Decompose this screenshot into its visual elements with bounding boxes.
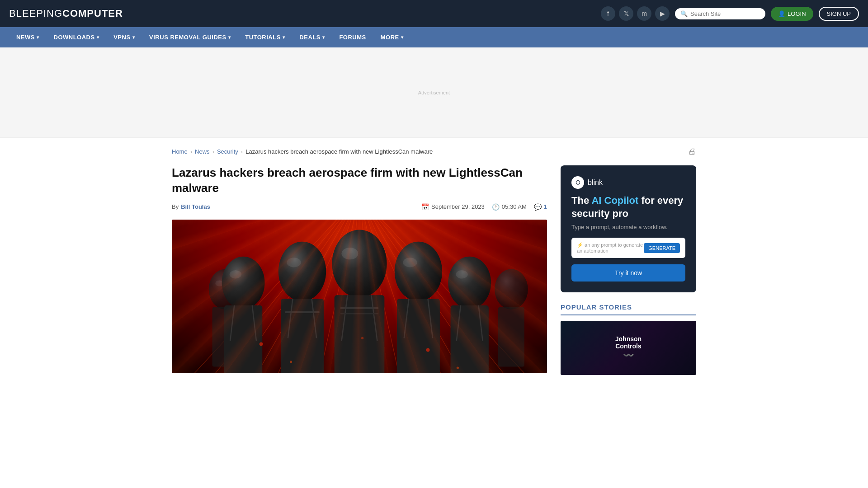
svg-line-1 — [172, 220, 359, 373]
svg-point-17 — [209, 269, 242, 310]
nav-item-news[interactable]: NEWS ▾ — [9, 27, 47, 47]
breadcrumb-news[interactable]: News — [195, 148, 210, 155]
signup-button[interactable]: SIGN UP — [819, 7, 859, 21]
article-meta: By Bill Toulas 📅 September 29, 2023 🕐 05… — [172, 203, 547, 211]
svg-line-25 — [230, 305, 234, 341]
svg-point-33 — [332, 230, 387, 297]
svg-line-12 — [359, 220, 452, 373]
svg-line-37 — [371, 295, 377, 341]
blink-logo: ⬡ blink — [571, 176, 685, 189]
article-time-text: 05:30 AM — [502, 203, 527, 210]
svg-line-36 — [341, 295, 347, 341]
svg-line-3 — [219, 220, 359, 373]
svg-line-10 — [359, 220, 404, 373]
nav-item-deals[interactable]: DEALS ▾ — [292, 27, 332, 47]
generate-button[interactable]: GENERATE — [644, 243, 680, 253]
article-title: Lazarus hackers breach aerospace firm wi… — [172, 165, 547, 196]
svg-point-50 — [259, 342, 263, 346]
ad-input-mock: ⚡ an any prompt to generate an automatio… — [571, 238, 685, 258]
mastodon-icon[interactable]: m — [637, 6, 651, 21]
try-it-now-button[interactable]: Try it now — [571, 264, 685, 282]
svg-rect-18 — [212, 307, 239, 366]
blink-logo-icon: ⬡ — [571, 176, 584, 189]
main-nav: NEWS ▾ DOWNLOADS ▾ VPNS ▾ VIRUS REMOVAL … — [0, 27, 868, 47]
svg-point-27 — [278, 241, 326, 301]
svg-rect-42 — [397, 299, 440, 373]
svg-line-30 — [288, 299, 293, 338]
svg-point-45 — [448, 256, 491, 309]
clock-icon: 🕐 — [492, 203, 500, 211]
svg-line-9 — [359, 220, 380, 373]
popular-stories: POPULAR STORIES Johnson Controls 〰️ — [561, 303, 696, 375]
svg-point-40 — [395, 241, 442, 301]
svg-line-48 — [457, 305, 461, 341]
user-icon: 👤 — [778, 10, 785, 17]
author-link[interactable]: Bill Toulas — [181, 203, 210, 210]
article-date-text: September 29, 2023 — [431, 203, 485, 210]
logo-text-bold: COMPUTER — [62, 8, 123, 19]
breadcrumb-home[interactable]: Home — [172, 148, 188, 155]
svg-rect-24 — [224, 305, 262, 373]
ad-headline-normal: The — [571, 195, 591, 206]
popular-stories-title: POPULAR STORIES — [561, 303, 696, 315]
popular-story-thumb[interactable]: Johnson Controls 〰️ — [561, 321, 696, 375]
svg-rect-38 — [340, 307, 378, 309]
svg-point-28 — [287, 258, 301, 267]
svg-line-11 — [359, 220, 428, 373]
search-input[interactable] — [690, 10, 760, 17]
breadcrumb-sep-1: › — [190, 148, 192, 155]
comment-icon: 💬 — [534, 203, 542, 211]
svg-rect-39 — [340, 313, 378, 314]
hero-canvas — [172, 220, 547, 373]
svg-point-22 — [222, 256, 265, 309]
author-prefix: By — [172, 203, 179, 210]
svg-rect-35 — [335, 295, 385, 373]
chevron-down-icon: ▾ — [132, 35, 135, 40]
facebook-icon[interactable]: f — [601, 6, 615, 21]
nav-item-more[interactable]: MORE ▾ — [373, 27, 411, 47]
chevron-down-icon: ▾ — [228, 35, 231, 40]
blink-ad-card: ⬡ blink The AI Copilot for every securit… — [561, 165, 696, 292]
site-logo[interactable]: BLEEPINGCOMPUTER — [9, 8, 123, 19]
svg-point-46 — [456, 270, 467, 278]
search-bar: 🔍 — [675, 8, 765, 19]
nav-item-virus-removal-guides[interactable]: VIRUS REMOVAL GUIDES ▾ — [142, 27, 238, 47]
svg-point-54 — [361, 337, 363, 339]
svg-line-49 — [478, 305, 482, 341]
login-button[interactable]: 👤 LOGIN — [771, 7, 813, 21]
svg-point-23 — [230, 270, 241, 278]
svg-rect-21 — [498, 307, 524, 366]
svg-point-19 — [215, 280, 223, 286]
article-date: 📅 September 29, 2023 — [421, 203, 485, 211]
article-main: Lazarus hackers breach aerospace firm wi… — [172, 165, 547, 382]
comment-count: 1 — [544, 203, 547, 210]
breadcrumb-security[interactable]: Security — [217, 148, 238, 155]
chevron-down-icon: ▾ — [37, 35, 39, 40]
nav-item-forums[interactable]: FORUMS — [332, 27, 373, 47]
svg-line-14 — [359, 220, 500, 373]
social-icons-group: f 𝕏 m ▶ — [601, 6, 670, 21]
nav-item-downloads[interactable]: DOWNLOADS ▾ — [47, 27, 107, 47]
twitter-icon[interactable]: 𝕏 — [619, 6, 633, 21]
article-comments[interactable]: 💬 1 — [534, 203, 547, 211]
print-icon[interactable]: 🖨 — [688, 147, 696, 156]
youtube-icon[interactable]: ▶ — [655, 6, 670, 21]
svg-line-13 — [359, 220, 476, 373]
svg-point-53 — [457, 366, 459, 369]
calendar-icon: 📅 — [421, 203, 429, 211]
nav-item-vpns[interactable]: VPNS ▾ — [106, 27, 142, 47]
site-header: BLEEPINGCOMPUTER f 𝕏 m ▶ 🔍 👤 LOGIN SIGN … — [0, 0, 868, 27]
article-author: By Bill Toulas — [172, 203, 210, 210]
nav-item-tutorials[interactable]: TUTORIALS ▾ — [238, 27, 292, 47]
ad-banner: Advertisement — [0, 47, 868, 138]
svg-line-15 — [359, 220, 523, 373]
svg-rect-29 — [281, 299, 324, 373]
chevron-down-icon: ▾ — [97, 35, 99, 40]
chevron-down-icon: ▾ — [401, 35, 404, 40]
svg-line-6 — [291, 220, 359, 373]
svg-point-34 — [341, 248, 358, 259]
ad-input-placeholder: ⚡ an any prompt to generate an automatio… — [577, 242, 644, 253]
svg-point-41 — [403, 258, 417, 267]
svg-rect-32 — [285, 311, 319, 313]
breadcrumb-sep-2: › — [212, 148, 214, 155]
